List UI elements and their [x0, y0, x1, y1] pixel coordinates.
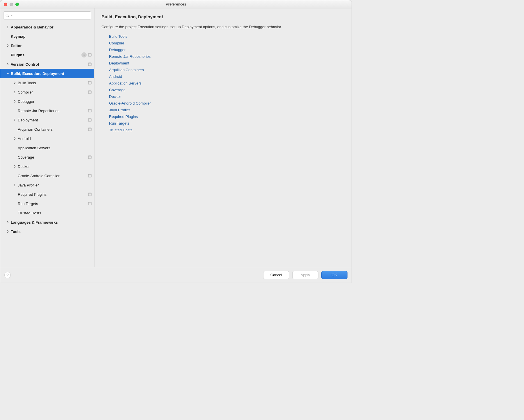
project-scope-icon — [88, 118, 92, 122]
tree-item[interactable]: Coverage — [0, 152, 94, 162]
page-title: Build, Execution, Deployment — [101, 14, 345, 19]
apply-button[interactable]: Apply — [292, 271, 318, 279]
tree-item[interactable]: Arquillian Containers — [0, 125, 94, 134]
tree-item-label: Plugins — [11, 53, 80, 57]
tree-item-label: Version Control — [11, 62, 87, 67]
subpage-link[interactable]: Coverage — [109, 88, 345, 92]
tree-item-label: Android — [18, 137, 92, 141]
expand-arrow-icon[interactable] — [6, 221, 10, 223]
main-panel: Build, Execution, Deployment Configure t… — [95, 8, 352, 267]
svg-rect-13 — [88, 119, 91, 119]
tree-item[interactable]: Tools — [0, 227, 94, 236]
svg-rect-9 — [88, 91, 91, 91]
subpage-link[interactable]: Arquillian Containers — [109, 68, 345, 72]
tree-item-label: Languages & Frameworks — [11, 220, 92, 225]
tree-item-label: Docker — [18, 164, 92, 169]
tree-item[interactable]: Trusted Hosts — [0, 208, 94, 218]
project-scope-icon — [88, 109, 92, 112]
expand-arrow-icon[interactable] — [6, 63, 10, 65]
expand-arrow-icon[interactable] — [13, 184, 17, 186]
subpage-link[interactable]: Java Profiler — [109, 108, 345, 112]
tree-item[interactable]: Android — [0, 134, 94, 143]
svg-rect-17 — [88, 156, 91, 157]
subpage-link[interactable]: Trusted Hosts — [109, 128, 345, 132]
tree-item[interactable]: Gradle-Android Compiler — [0, 171, 94, 180]
update-badge: 1 — [81, 52, 87, 58]
search-history-icon[interactable] — [10, 14, 13, 17]
expand-arrow-icon[interactable] — [13, 100, 17, 103]
subpage-link[interactable]: Application Servers — [109, 81, 345, 85]
expand-arrow-icon[interactable] — [13, 82, 17, 84]
preferences-window: Preferences Appearance & BehaviorKeymapE… — [0, 0, 352, 283]
svg-rect-5 — [88, 63, 91, 64]
tree-item[interactable]: Run Targets — [0, 199, 94, 208]
expand-arrow-icon[interactable] — [13, 119, 17, 121]
subpage-link[interactable]: Android — [109, 74, 345, 79]
subpage-link[interactable]: Gradle-Android Compiler — [109, 101, 345, 105]
search-icon — [5, 13, 9, 17]
expand-arrow-icon[interactable] — [6, 72, 10, 75]
expand-arrow-icon[interactable] — [6, 44, 10, 47]
subpage-link[interactable]: Docker — [109, 94, 345, 99]
svg-rect-15 — [88, 128, 91, 129]
tree-item-label: Trusted Hosts — [18, 211, 92, 215]
tree-item-label: Remote Jar Repositories — [18, 109, 87, 113]
tree-item[interactable]: Appearance & Behavior — [0, 22, 94, 32]
tree-item-label: Compiler — [18, 90, 87, 94]
tree-item[interactable]: Deployment — [0, 115, 94, 125]
search-input[interactable] — [14, 13, 89, 18]
tree-item[interactable]: Remote Jar Repositories — [0, 106, 94, 115]
help-button[interactable]: ? — [4, 272, 11, 278]
expand-arrow-icon[interactable] — [6, 230, 10, 233]
tree-item-label: Gradle-Android Compiler — [18, 174, 87, 178]
expand-arrow-icon[interactable] — [13, 91, 17, 93]
expand-arrow-icon[interactable] — [6, 26, 10, 28]
expand-arrow-icon[interactable] — [13, 137, 17, 140]
footer: ? Cancel Apply OK — [0, 267, 352, 283]
cancel-button[interactable]: Cancel — [263, 271, 289, 279]
project-scope-icon — [88, 53, 92, 57]
svg-rect-7 — [88, 81, 91, 82]
tree-item[interactable]: Keymap — [0, 32, 94, 41]
body: Appearance & BehaviorKeymapEditorPlugins… — [0, 8, 352, 267]
project-scope-icon — [88, 128, 92, 131]
tree-item[interactable]: Java Profiler — [0, 180, 94, 190]
project-scope-icon — [88, 202, 92, 205]
tree-item[interactable]: Compiler — [0, 87, 94, 97]
tree-item[interactable]: Languages & Frameworks — [0, 218, 94, 227]
tree-item[interactable]: Debugger — [0, 97, 94, 106]
project-scope-icon — [88, 155, 92, 159]
tree-item[interactable]: Build, Execution, Deployment — [0, 69, 94, 78]
subpage-link[interactable]: Compiler — [109, 41, 345, 45]
tree-item-label: Appearance & Behavior — [11, 25, 92, 29]
search-box[interactable] — [3, 11, 91, 19]
tree-item-label: Arquillian Containers — [18, 127, 87, 132]
svg-rect-23 — [88, 202, 91, 203]
subpage-link[interactable]: Debugger — [109, 48, 345, 52]
expand-arrow-icon[interactable] — [13, 165, 17, 168]
tree-item-label: Required Plugins — [18, 192, 87, 197]
tree-item[interactable]: Docker — [0, 162, 94, 171]
tree-item[interactable]: Plugins1 — [0, 50, 94, 60]
svg-line-1 — [8, 16, 9, 17]
subpage-link[interactable]: Required Plugins — [109, 114, 345, 119]
tree-item[interactable]: Version Control — [0, 60, 94, 69]
tree-item[interactable]: Application Servers — [0, 143, 94, 152]
svg-rect-19 — [88, 174, 91, 175]
tree-item[interactable]: Editor — [0, 41, 94, 50]
tree-item-label: Build, Execution, Deployment — [11, 71, 92, 76]
subpage-link[interactable]: Run Targets — [109, 121, 345, 125]
ok-button[interactable]: OK — [321, 271, 347, 279]
tree-item-label: Keymap — [11, 34, 92, 39]
subpage-link[interactable]: Build Tools — [109, 34, 345, 39]
tree-item-label: Debugger — [18, 99, 92, 104]
subpage-links: Build ToolsCompilerDebuggerRemote Jar Re… — [101, 34, 345, 132]
tree-item[interactable]: Required Plugins — [0, 190, 94, 199]
project-scope-icon — [88, 62, 92, 66]
subpage-link[interactable]: Deployment — [109, 61, 345, 65]
svg-rect-21 — [88, 193, 91, 194]
subpage-link[interactable]: Remote Jar Repositories — [109, 54, 345, 59]
window-title: Preferences — [0, 2, 352, 6]
page-blurb: Configure the project Execution settings… — [101, 24, 340, 30]
tree-item[interactable]: Build Tools — [0, 78, 94, 87]
